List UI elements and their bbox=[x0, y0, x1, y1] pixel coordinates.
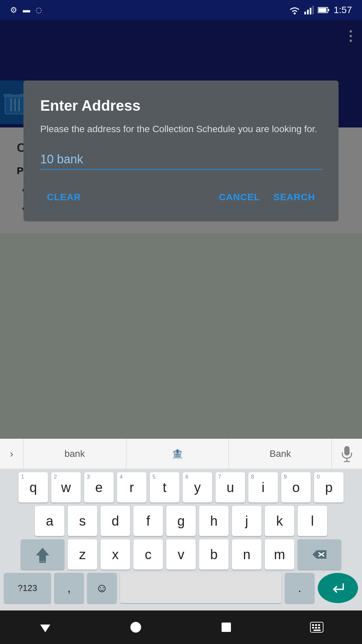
expand-icon: › bbox=[10, 448, 13, 460]
numeric-label: ?123 bbox=[18, 583, 37, 593]
suggestion-expand-button[interactable]: › bbox=[0, 439, 23, 469]
svg-rect-30 bbox=[318, 627, 320, 629]
enter-icon bbox=[331, 582, 345, 594]
key-c[interactable]: c bbox=[133, 539, 163, 570]
backspace-button[interactable] bbox=[298, 539, 341, 570]
suggestion-bar: › bank 🏦 Bank bbox=[0, 439, 362, 469]
key-g[interactable]: g bbox=[166, 506, 196, 536]
svg-rect-3 bbox=[310, 8, 311, 14]
key-n[interactable]: n bbox=[232, 539, 261, 570]
svg-rect-27 bbox=[318, 624, 320, 626]
suggestion-item-1[interactable]: 🏦 bbox=[126, 439, 229, 469]
mic-button[interactable] bbox=[332, 439, 362, 469]
key-m[interactable]: m bbox=[265, 539, 294, 570]
nav-home-button[interactable] bbox=[122, 614, 149, 641]
svg-point-22 bbox=[130, 622, 141, 633]
key-row-4: ?123 , ☺ . bbox=[4, 573, 358, 603]
key-h[interactable]: h bbox=[199, 506, 229, 536]
svg-rect-29 bbox=[315, 627, 317, 629]
svg-rect-26 bbox=[315, 624, 317, 626]
emoji-button[interactable]: ☺ bbox=[87, 573, 117, 603]
svg-rect-1 bbox=[304, 12, 306, 14]
key-k[interactable]: k bbox=[265, 506, 294, 536]
key-row-2: a s d f g h j k l bbox=[4, 506, 358, 536]
key-e[interactable]: 3e bbox=[84, 472, 114, 502]
svg-rect-6 bbox=[328, 9, 329, 11]
keyboard: › bank 🏦 Bank 1q 2w 3e 4r 5t 6 bbox=[0, 439, 362, 610]
key-s[interactable]: s bbox=[68, 506, 97, 536]
dialog-body: Please the address for the Collection Sc… bbox=[40, 122, 322, 136]
key-row-1: 1q 2w 3e 4r 5t 6y 7u 8i 9o 0p bbox=[4, 472, 358, 502]
svg-rect-23 bbox=[222, 623, 231, 632]
shift-button[interactable] bbox=[21, 539, 64, 570]
backspace-icon bbox=[311, 548, 328, 561]
key-t[interactable]: 5t bbox=[150, 472, 179, 502]
mic-icon bbox=[341, 445, 353, 462]
key-q[interactable]: 1q bbox=[18, 472, 48, 502]
svg-rect-2 bbox=[307, 10, 309, 14]
suggestion-item-0[interactable]: bank bbox=[23, 439, 126, 469]
space-key[interactable] bbox=[120, 573, 282, 603]
svg-point-0 bbox=[294, 12, 296, 14]
emoji-icon: ☺ bbox=[96, 581, 108, 595]
dialog-title: Enter Address bbox=[40, 97, 322, 114]
key-o[interactable]: 9o bbox=[281, 472, 311, 502]
search-button[interactable]: SEARCH bbox=[267, 186, 322, 208]
key-z[interactable]: z bbox=[68, 539, 97, 570]
period-button[interactable]: . bbox=[285, 573, 314, 603]
svg-marker-21 bbox=[40, 625, 50, 632]
key-l[interactable]: l bbox=[298, 506, 327, 536]
shift-icon bbox=[34, 546, 51, 563]
nav-back-icon bbox=[39, 621, 52, 634]
signal-icon bbox=[304, 6, 314, 14]
key-p[interactable]: 0p bbox=[314, 472, 344, 502]
key-i[interactable]: 8i bbox=[248, 472, 278, 502]
svg-rect-7 bbox=[318, 8, 326, 12]
sdcard-icon: ▬ bbox=[23, 6, 30, 14]
sync-icon: ◌ bbox=[36, 6, 42, 14]
key-r[interactable]: 4r bbox=[117, 472, 146, 502]
key-f[interactable]: f bbox=[133, 506, 163, 536]
key-d[interactable]: d bbox=[101, 506, 130, 536]
key-a[interactable]: a bbox=[35, 506, 64, 536]
status-bar: ⚙ ▬ ◌ 1:57 bbox=[0, 0, 362, 20]
battery-icon bbox=[318, 7, 330, 13]
nav-back-button[interactable] bbox=[32, 614, 59, 641]
dialog-actions: CLEAR CANCEL SEARCH bbox=[40, 186, 322, 208]
svg-rect-14 bbox=[344, 446, 350, 455]
nav-keyboard-icon bbox=[310, 622, 323, 633]
settings-icon: ⚙ bbox=[10, 5, 17, 15]
status-icons-right: 1:57 bbox=[289, 5, 352, 15]
comma-label: , bbox=[67, 581, 71, 595]
key-w[interactable]: 2w bbox=[51, 472, 81, 502]
key-y[interactable]: 6y bbox=[183, 472, 212, 502]
svg-rect-31 bbox=[313, 630, 321, 631]
svg-rect-28 bbox=[312, 627, 314, 629]
suggestion-item-2[interactable]: Bank bbox=[229, 439, 332, 469]
key-v[interactable]: v bbox=[166, 539, 196, 570]
address-input[interactable] bbox=[40, 150, 322, 169]
address-input-wrapper[interactable] bbox=[40, 150, 322, 170]
period-label: . bbox=[298, 581, 301, 595]
clear-button[interactable]: CLEAR bbox=[40, 186, 87, 208]
comma-button[interactable]: , bbox=[54, 573, 84, 603]
nav-recent-icon bbox=[221, 622, 232, 633]
navigation-bar bbox=[0, 610, 362, 644]
svg-rect-4 bbox=[312, 6, 314, 14]
enter-button[interactable] bbox=[318, 573, 358, 603]
key-b[interactable]: b bbox=[199, 539, 229, 570]
cancel-button[interactable]: CANCEL bbox=[212, 186, 267, 208]
key-u[interactable]: 7u bbox=[216, 472, 245, 502]
nav-keyboard-button[interactable] bbox=[303, 614, 330, 641]
numeric-toggle-button[interactable]: ?123 bbox=[4, 573, 51, 603]
nav-recent-button[interactable] bbox=[213, 614, 240, 641]
key-x[interactable]: x bbox=[101, 539, 130, 570]
key-row-3: z x c v b n m bbox=[4, 539, 358, 570]
keyboard-rows: 1q 2w 3e 4r 5t 6y 7u 8i 9o 0p a s d f g … bbox=[0, 469, 362, 610]
status-icons-left: ⚙ ▬ ◌ bbox=[10, 5, 42, 15]
nav-home-icon bbox=[130, 621, 142, 633]
key-j[interactable]: j bbox=[232, 506, 261, 536]
enter-address-dialog: Enter Address Please the address for the… bbox=[23, 80, 339, 221]
svg-marker-17 bbox=[36, 548, 49, 561]
wifi-icon bbox=[289, 6, 300, 14]
